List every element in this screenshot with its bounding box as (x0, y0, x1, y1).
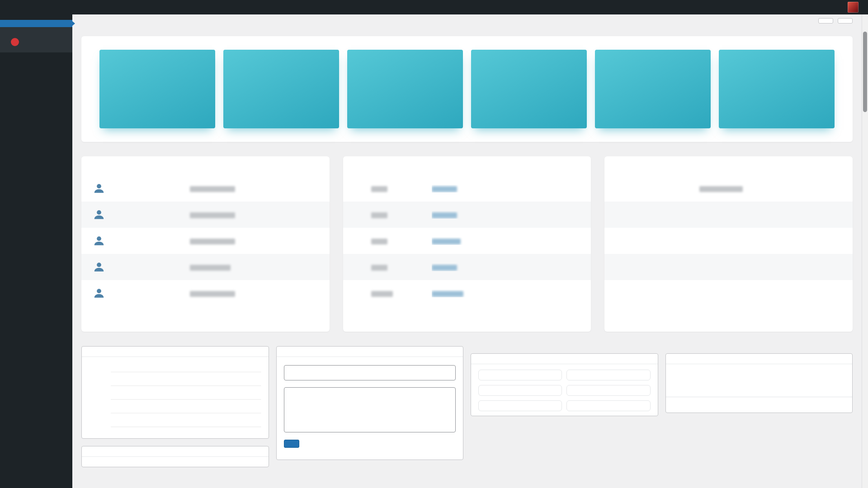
activity-widget (665, 353, 853, 413)
widget-header[interactable] (666, 354, 853, 364)
redacted-text (432, 239, 461, 244)
link-url[interactable] (432, 237, 542, 245)
user-row[interactable] (81, 175, 330, 202)
user-row[interactable] (81, 202, 330, 228)
adminbar-my-account[interactable] (841, 0, 863, 14)
user-avatar-icon (93, 261, 105, 273)
sidebar-subitem-home[interactable] (0, 30, 72, 35)
link-row[interactable] (343, 254, 591, 280)
redacted-text (190, 186, 235, 192)
stat-card-total-links[interactable] (719, 50, 835, 128)
redacted-text (432, 186, 457, 192)
user-avatar-icon (93, 209, 105, 221)
redacted-text (371, 291, 393, 297)
sidebar-item-forum-sections[interactable] (0, 108, 72, 116)
adminbar-links-count[interactable] (73, 0, 84, 14)
screen-options-button[interactable] (818, 18, 833, 23)
site-stats-panel (81, 36, 853, 142)
stat-card-total-users[interactable] (99, 50, 215, 128)
link-row[interactable] (343, 202, 591, 228)
link-url[interactable] (432, 290, 542, 297)
at-a-glance-widget (81, 446, 269, 467)
link-row[interactable] (343, 280, 591, 306)
link-name (371, 263, 425, 271)
sidebar-item-dashboard[interactable] (0, 20, 72, 27)
latest-links-panel (343, 156, 591, 332)
redacted-text (371, 265, 387, 271)
admin-sidebar (0, 14, 72, 488)
sidebar-item-forum-posts[interactable] (0, 116, 72, 123)
user-row[interactable] (81, 280, 330, 306)
user-row[interactable] (81, 254, 330, 280)
stat-card-total-pages[interactable] (347, 50, 463, 128)
user-email (190, 263, 239, 271)
draft-content-textarea[interactable] (284, 387, 456, 432)
link-url[interactable] (432, 185, 542, 192)
sidebar-item-media[interactable] (0, 66, 72, 73)
redacted-text (190, 291, 235, 297)
dashboard-main (72, 14, 868, 488)
shop-stat-month-income (566, 385, 650, 396)
sidebar-item-tools[interactable] (0, 151, 72, 158)
link-url[interactable] (432, 211, 542, 219)
save-draft-button[interactable] (284, 440, 299, 448)
stat-card-total-posts[interactable] (223, 50, 339, 128)
adminbar-updates[interactable] (33, 0, 43, 14)
link-name (371, 211, 425, 219)
adminbar-object-cache[interactable] (65, 0, 73, 14)
widget-header[interactable] (82, 347, 269, 357)
sidebar-item-links[interactable] (0, 73, 72, 80)
latest-users-list (81, 175, 330, 306)
sidebar-item-collapse-menu[interactable] (0, 192, 72, 200)
link-row[interactable] (343, 228, 591, 254)
sidebar-item-settings[interactable] (0, 158, 72, 165)
sidebar-item-plugins[interactable] (0, 136, 72, 144)
user-row[interactable] (81, 228, 330, 254)
user-avatar (848, 2, 859, 13)
shop-stat-today-orders (478, 370, 562, 380)
shop-stat-valid-income (566, 400, 650, 411)
draft-title-input[interactable] (284, 365, 456, 380)
widget-header[interactable] (82, 446, 269, 457)
adminbar-new-content[interactable] (54, 0, 65, 14)
redacted-text (190, 212, 235, 218)
updates-count-badge (11, 38, 19, 46)
wordpress-logo-menu[interactable] (5, 0, 14, 14)
server-status-list (604, 175, 853, 306)
area-chart-svg (111, 368, 261, 431)
scrollbar-thumb[interactable] (863, 32, 867, 112)
page-scrollbar[interactable] (862, 14, 868, 488)
server-value (699, 185, 841, 192)
site-name-menu[interactable] (14, 0, 24, 14)
sidebar-item-link-check[interactable] (0, 95, 72, 102)
link-row[interactable] (343, 175, 591, 202)
redis-cache-widget (81, 346, 269, 439)
user-avatar-icon (93, 287, 105, 299)
quick-draft-widget (276, 346, 464, 460)
link-name (371, 290, 425, 297)
widget-header[interactable] (277, 347, 463, 357)
sidebar-subitem-updates[interactable] (0, 35, 72, 49)
adminbar-comments[interactable] (43, 0, 54, 14)
sidebar-item-posts[interactable] (0, 59, 72, 66)
user-email (190, 290, 239, 297)
server-row (604, 254, 853, 280)
sidebar-item-users[interactable] (0, 144, 72, 151)
sidebar-item-comments[interactable] (0, 88, 72, 95)
sidebar-item-zibll-shop[interactable] (0, 172, 72, 179)
redacted-text (190, 239, 235, 244)
sidebar-item-appearance[interactable] (0, 129, 72, 136)
stat-card-total-comments[interactable] (595, 50, 711, 128)
redacted-text (432, 265, 457, 271)
link-url[interactable] (432, 263, 542, 271)
help-button[interactable] (838, 18, 853, 23)
widget-header[interactable] (471, 354, 658, 364)
redacted-text (371, 239, 387, 244)
sidebar-item-zibll-theme-settings[interactable] (0, 179, 72, 186)
shop-stat-today-income (566, 370, 650, 380)
redacted-text (699, 186, 743, 192)
shop-stat-valid-orders (478, 400, 562, 411)
sidebar-item-pages[interactable] (0, 80, 72, 88)
stat-card-total-visits[interactable] (471, 50, 587, 128)
adminbar-theme-settings[interactable] (24, 0, 33, 14)
